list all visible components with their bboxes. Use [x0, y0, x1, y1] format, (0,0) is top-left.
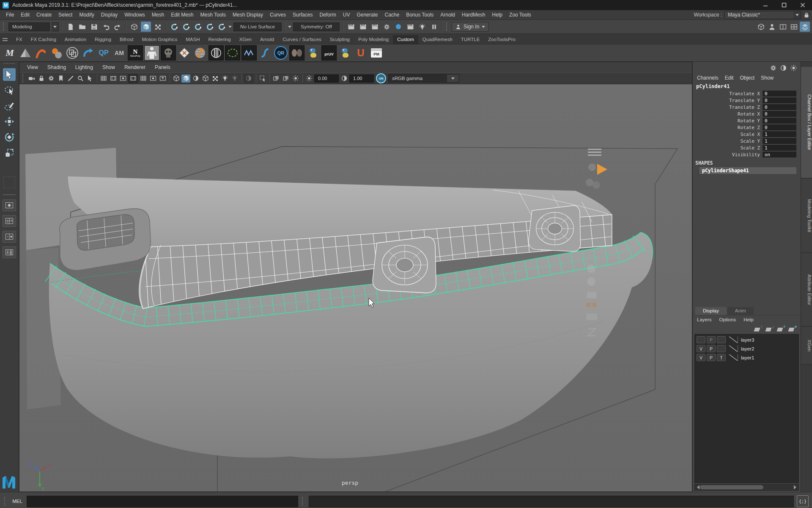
- image-plane-icon[interactable]: [66, 75, 75, 83]
- ipr-render-button[interactable]: [358, 22, 368, 32]
- snap-to-curve-icon[interactable]: [181, 22, 191, 32]
- grid-toggle-icon[interactable]: [99, 75, 108, 83]
- tab-xgen[interactable]: XGen: [801, 327, 812, 365]
- channel-box-menu-edit[interactable]: Edit: [725, 75, 734, 81]
- layer-tab-anim[interactable]: Anim: [727, 307, 754, 315]
- xray-joints-icon[interactable]: [281, 75, 290, 83]
- panel-toolbar-grip[interactable]: [22, 74, 25, 83]
- move-layer-up-button[interactable]: ↑: [754, 326, 762, 331]
- speed-state-icon[interactable]: [779, 64, 787, 72]
- menu-uv[interactable]: UV: [340, 11, 354, 19]
- polygon-pyramid-icon[interactable]: [18, 46, 33, 60]
- render-setup-button[interactable]: [405, 22, 415, 32]
- shelf-tab-arnold[interactable]: Arnold: [256, 35, 278, 44]
- layer-color-swatch[interactable]: [729, 345, 738, 352]
- layer-template-toggle[interactable]: [717, 345, 726, 352]
- shelf-tab-bifrost[interactable]: Bifrost: [115, 35, 138, 44]
- pm-window-icon[interactable]: PM: [369, 46, 384, 60]
- new-scene-button[interactable]: [65, 22, 75, 32]
- field-chart-icon[interactable]: [139, 75, 148, 83]
- paint-select-tool-button[interactable]: [3, 99, 16, 112]
- select-component-mode-button[interactable]: [153, 22, 163, 32]
- gamma-toggle-icon[interactable]: [340, 75, 348, 83]
- select-tool-button[interactable]: [3, 68, 16, 81]
- menu-deform[interactable]: Deform: [316, 11, 339, 19]
- arnold-renderview-button[interactable]: [393, 22, 403, 32]
- shelf-tab-poly-modeling[interactable]: Poly Modeling: [354, 35, 393, 44]
- layer-playback-toggle[interactable]: P: [707, 354, 716, 361]
- oversized-cursor-icon[interactable]: [85, 75, 94, 83]
- menu-zoo-tools[interactable]: Zoo Tools: [506, 11, 535, 19]
- menu-edit[interactable]: Edit: [17, 11, 33, 19]
- minimize-button[interactable]: [756, 0, 775, 10]
- wireframe-on-shaded-icon[interactable]: [201, 75, 210, 83]
- scale-tool-button[interactable]: [3, 146, 16, 159]
- open-scene-button[interactable]: [77, 22, 87, 32]
- channel-value-field[interactable]: 0: [763, 104, 796, 110]
- channel-value-field[interactable]: 1: [763, 131, 796, 137]
- panel-menu-renderer[interactable]: Renderer: [120, 64, 150, 71]
- modeling-toolkit-toggle-icon[interactable]: [756, 22, 766, 32]
- channel-value-field[interactable]: on: [763, 152, 796, 157]
- circle-squares-icon[interactable]: [65, 46, 80, 60]
- shelf-tab-quadremesh[interactable]: QuadRemesh: [418, 35, 457, 44]
- snap-options-arrow-icon[interactable]: [228, 26, 232, 30]
- snap-to-view-plane-icon[interactable]: [217, 22, 227, 32]
- tab-attribute-editor[interactable]: Attribute Editor: [801, 253, 812, 327]
- channel-value-field[interactable]: 0: [763, 97, 796, 103]
- command-result-field[interactable]: [309, 496, 794, 507]
- menu-edit-mesh[interactable]: Edit Mesh: [167, 11, 197, 19]
- menu-mesh-display[interactable]: Mesh Display: [229, 11, 266, 19]
- channel-value-field[interactable]: 1: [763, 145, 796, 151]
- layer-visible-toggle[interactable]: [697, 336, 705, 343]
- channel-box-menu-channels[interactable]: Channels: [697, 75, 719, 81]
- shelf-menu-icon[interactable]: [3, 36, 10, 43]
- gamma-field[interactable]: 1.00: [349, 75, 374, 83]
- move-tool-button[interactable]: [3, 115, 16, 128]
- layer-template-toggle[interactable]: T: [717, 354, 726, 361]
- checker-display-icon[interactable]: [211, 75, 219, 83]
- resolution-gate-icon[interactable]: [118, 75, 127, 83]
- status-line-grip-2[interactable]: [446, 22, 449, 31]
- panel-menu-panels[interactable]: Panels: [151, 64, 175, 71]
- menu-file[interactable]: File: [3, 11, 17, 19]
- exposure-toggle-icon[interactable]: [304, 75, 313, 83]
- pause-viewport-button[interactable]: [429, 22, 439, 32]
- layer-menu-options[interactable]: Options: [719, 317, 736, 322]
- channel-value-field[interactable]: 0: [763, 118, 796, 124]
- spheres-icon[interactable]: [49, 46, 64, 60]
- lock-camera-icon[interactable]: [37, 75, 46, 83]
- command-line-grip-2[interactable]: [302, 497, 305, 505]
- select-object-mode-button[interactable]: [141, 22, 151, 32]
- blue-arrow-icon[interactable]: [81, 46, 95, 60]
- live-surface-field[interactable]: No Live Surface: [233, 22, 282, 31]
- render-current-frame-button[interactable]: [346, 22, 356, 32]
- menu-set-dropdown-arrow-icon[interactable]: [52, 22, 59, 31]
- layout-four-pane-button[interactable]: [3, 215, 16, 227]
- rotate-tool-button[interactable]: [3, 131, 16, 144]
- uv-globe-icon[interactable]: [193, 46, 207, 60]
- command-line-grip[interactable]: [4, 497, 7, 505]
- workspace-dropdown-arrow-icon[interactable]: [793, 11, 801, 19]
- attribute-editor-toggle-icon[interactable]: [778, 22, 788, 32]
- shelf-tab-fx[interactable]: FX: [12, 35, 27, 44]
- safe-action-icon[interactable]: [148, 75, 157, 83]
- xray-icon[interactable]: [272, 75, 280, 83]
- 2d-pan-zoom-icon[interactable]: [76, 75, 85, 83]
- striped-sphere-icon[interactable]: [208, 45, 224, 61]
- film-gate-icon[interactable]: [109, 75, 118, 83]
- shelf-tab-fx-caching[interactable]: FX Caching: [27, 35, 60, 44]
- selected-object-name[interactable]: pCylinder41: [693, 82, 801, 90]
- qr-badge-icon[interactable]: QR: [274, 46, 288, 60]
- diamond-x-icon[interactable]: [177, 46, 192, 60]
- menu-help[interactable]: Help: [488, 11, 506, 19]
- scrollbar-thumb[interactable]: [700, 485, 763, 489]
- menu-surfaces[interactable]: Surfaces: [289, 11, 316, 19]
- am-script-icon[interactable]: AM: [112, 46, 126, 60]
- layer-color-swatch[interactable]: [729, 354, 738, 361]
- select-hierarchy-mode-button[interactable]: [129, 22, 139, 32]
- title-bar[interactable]: M Autodesk Maya 2019.3.1: E:\Project\Ben…: [0, 0, 812, 10]
- character-controls-toggle-icon[interactable]: [767, 22, 777, 32]
- heads-icon[interactable]: [289, 45, 304, 61]
- view-transform-selector[interactable]: sRGB gamma: [388, 74, 459, 83]
